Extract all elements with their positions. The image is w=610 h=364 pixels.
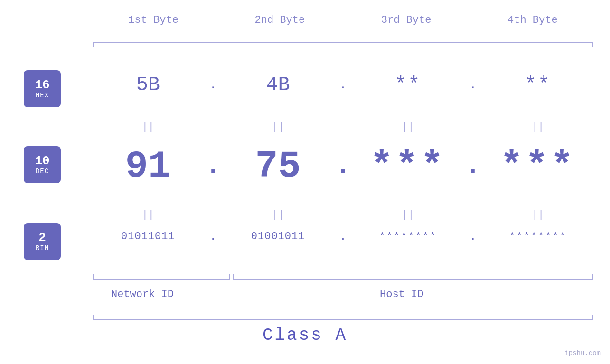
hex-b2: 4B	[220, 74, 336, 96]
watermark: ipshu.com	[564, 349, 601, 357]
eq4: ||	[480, 121, 596, 133]
bin-dot-3: .	[466, 230, 480, 243]
col-header-3: 3rd Byte	[343, 14, 469, 26]
hex-badge-num: 16	[35, 78, 49, 92]
dec-dot-1: .	[206, 153, 220, 180]
column-headers: 1st Byte 2nd Byte 3rd Byte 4th Byte	[90, 14, 596, 26]
network-id-bracket	[93, 274, 230, 280]
host-id-label: Host ID	[380, 289, 423, 300]
bin-badge: 2 BIN	[24, 223, 61, 260]
bin-badge-label: BIN	[36, 244, 49, 252]
dec-row: 91 . 75 . *** . ***	[90, 145, 596, 188]
dec-badge: 10 DEC	[24, 146, 61, 183]
bin-dot-1: .	[206, 230, 220, 243]
col-header-1: 1st Byte	[90, 14, 216, 26]
dec-b2: 75	[220, 145, 336, 188]
bin-b3: ********	[350, 231, 466, 243]
network-id-label: Network ID	[111, 289, 174, 300]
eq6: ||	[220, 209, 336, 221]
main-container: 1st Byte 2nd Byte 3rd Byte 4th Byte 16 H…	[0, 0, 610, 364]
eq7: ||	[350, 209, 466, 221]
col-header-2: 2nd Byte	[216, 14, 343, 26]
host-bracket-line	[233, 274, 593, 280]
eq3: ||	[350, 121, 466, 133]
dec-b4: ***	[480, 145, 596, 188]
bin-b2: 01001011	[220, 231, 336, 243]
bin-dot-2: .	[336, 230, 350, 243]
col-header-4: 4th Byte	[469, 14, 596, 26]
dec-b3: ***	[350, 145, 466, 188]
hex-dot-3: .	[466, 79, 480, 92]
eq1: ||	[90, 121, 206, 133]
dec-dot-2: .	[336, 153, 350, 180]
outer-bottom-bracket	[93, 315, 593, 320]
hex-b1: 5B	[90, 74, 206, 96]
hex-row: 5B . 4B . ** . **	[90, 74, 596, 96]
dec-badge-num: 10	[35, 154, 49, 168]
eq5: ||	[90, 209, 206, 221]
bin-b1: 01011011	[90, 231, 206, 243]
bin-row: 01011011 . 01001011 . ******** . *******…	[90, 230, 596, 243]
bin-badge-num: 2	[38, 231, 46, 245]
top-outer-bracket	[93, 42, 593, 47]
bin-b4: ********	[480, 231, 596, 243]
dec-badge-label: DEC	[36, 168, 49, 175]
hex-dot-1: .	[206, 79, 220, 92]
dec-b1: 91	[90, 145, 206, 188]
hex-badge: 16 HEX	[24, 70, 61, 107]
hex-b3: **	[350, 74, 466, 96]
hex-badge-label: HEX	[36, 92, 49, 99]
host-id-bracket	[233, 274, 593, 280]
eq8: ||	[480, 209, 596, 221]
hex-b4: **	[480, 74, 596, 96]
network-bracket-line	[93, 274, 230, 280]
hex-dot-2: .	[336, 79, 350, 92]
equals-hex-dec: || || || ||	[90, 121, 596, 133]
class-label: Class A	[0, 326, 610, 345]
eq2: ||	[220, 121, 336, 133]
equals-dec-bin: || || || ||	[90, 209, 596, 221]
dec-dot-3: .	[466, 153, 480, 180]
